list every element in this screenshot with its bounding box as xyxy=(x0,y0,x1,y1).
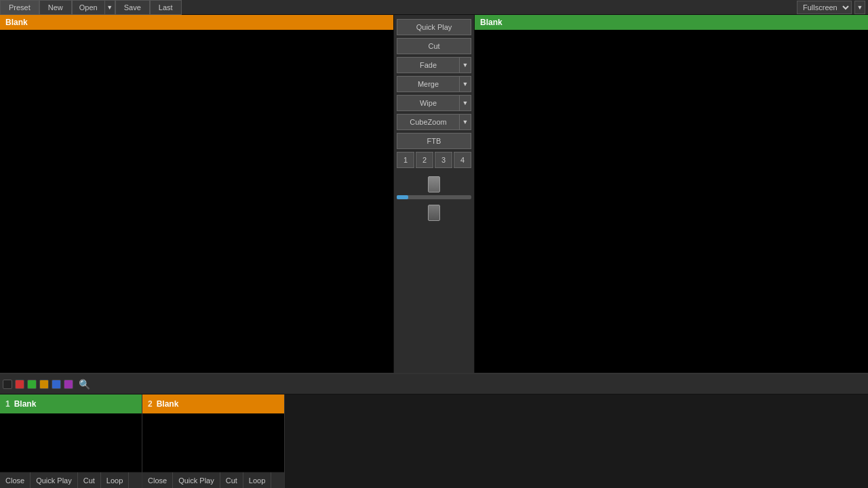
source-1-num: 1 xyxy=(5,399,10,409)
new-button[interactable]: New xyxy=(39,0,72,15)
tab-orange[interactable] xyxy=(39,380,49,389)
source-2-controls: Close Quick Play Cut Loop xyxy=(142,472,284,488)
source-1-quickplay[interactable]: Quick Play xyxy=(31,472,78,488)
source-1-preview xyxy=(0,413,142,472)
source-1-cut[interactable]: Cut xyxy=(78,472,101,488)
cubezoom-arrow[interactable]: ▼ xyxy=(459,114,471,130)
ftb-button[interactable]: FTB xyxy=(397,133,471,149)
bottom-section: 🔍 1 Blank Close Quick Play Cut Loop 2 Bl… xyxy=(0,373,868,488)
source-2-cut[interactable]: Cut xyxy=(220,472,243,488)
main-area: Blank Quick Play Cut Fade ▼ Merge ▼ Wipe… xyxy=(0,15,868,373)
search-button[interactable]: 🔍 xyxy=(79,379,90,390)
cubezoom-button[interactable]: CubeZoom xyxy=(397,114,459,130)
num2-button[interactable]: 2 xyxy=(416,152,433,168)
source-2-quickplay[interactable]: Quick Play xyxy=(173,472,220,488)
number-row: 1 2 3 4 xyxy=(397,152,471,168)
fade-arrow[interactable]: ▼ xyxy=(459,57,471,73)
left-panel-content xyxy=(0,30,393,370)
num3-button[interactable]: 3 xyxy=(435,152,452,168)
save-button[interactable]: Save xyxy=(115,0,150,15)
tab-green[interactable] xyxy=(27,380,37,389)
toolbar: Preset New Open ▼ Save Last Fullscreen ▼ xyxy=(0,0,868,15)
source-tabs-bar: 🔍 xyxy=(0,374,868,394)
slider-thumb-top[interactable] xyxy=(428,176,440,192)
fade-button[interactable]: Fade xyxy=(397,57,459,73)
num4-button[interactable]: 4 xyxy=(454,152,471,168)
cubezoom-split: CubeZoom ▼ xyxy=(397,114,471,130)
source-2-close[interactable]: Close xyxy=(142,472,173,488)
source-1-loop[interactable]: Loop xyxy=(101,472,129,488)
merge-split: Merge ▼ xyxy=(397,76,471,92)
open-button[interactable]: Open xyxy=(72,0,104,15)
source-item-1-header: 1 Blank xyxy=(0,394,142,413)
slider-thumb-bottom[interactable] xyxy=(428,205,440,221)
tab-purple[interactable] xyxy=(64,380,73,389)
slider-fill xyxy=(397,195,408,199)
right-panel-title: Blank xyxy=(475,15,868,30)
last-button[interactable]: Last xyxy=(150,0,182,15)
quick-play-button[interactable]: Quick Play xyxy=(397,19,471,35)
source-2-num: 2 xyxy=(148,399,153,409)
right-panel-content xyxy=(475,30,868,370)
preview-right: Blank xyxy=(475,15,868,373)
source-2-preview xyxy=(142,413,284,472)
fullscreen-arrow[interactable]: ▼ xyxy=(854,1,865,14)
source-2-loop[interactable]: Loop xyxy=(243,472,271,488)
tab-red[interactable] xyxy=(15,380,24,389)
cut-button[interactable]: Cut xyxy=(397,38,471,54)
fade-split: Fade ▼ xyxy=(397,57,471,73)
tab-blue[interactable] xyxy=(52,380,61,389)
source-item-2-header: 2 Blank xyxy=(142,394,284,413)
source-item-2: 2 Blank Close Quick Play Cut Loop xyxy=(142,394,285,488)
source-1-name: Blank xyxy=(14,399,37,409)
merge-arrow[interactable]: ▼ xyxy=(459,76,471,92)
preset-button[interactable]: Preset xyxy=(0,0,39,15)
source-items-row: 1 Blank Close Quick Play Cut Loop 2 Blan… xyxy=(0,394,868,488)
controls-panel: Quick Play Cut Fade ▼ Merge ▼ Wipe ▼ Cub… xyxy=(393,15,475,373)
slider-thumb-bottom-container xyxy=(428,202,440,221)
transition-slider-area xyxy=(397,171,471,221)
fullscreen-area: Fullscreen ▼ xyxy=(797,1,868,14)
num1-button[interactable]: 1 xyxy=(397,152,414,168)
wipe-button[interactable]: Wipe xyxy=(397,95,459,111)
wipe-split: Wipe ▼ xyxy=(397,95,471,111)
slider-thumb-top-container xyxy=(428,176,440,192)
source-item-1: 1 Blank Close Quick Play Cut Loop xyxy=(0,394,142,488)
left-panel-title: Blank xyxy=(0,15,393,30)
wipe-arrow[interactable]: ▼ xyxy=(459,95,471,111)
slider-track[interactable] xyxy=(397,195,471,199)
open-dropdown: Open ▼ xyxy=(72,0,115,15)
merge-button[interactable]: Merge xyxy=(397,76,459,92)
preview-left: Blank xyxy=(0,15,393,373)
open-arrow[interactable]: ▼ xyxy=(104,0,115,15)
source-2-name: Blank xyxy=(157,399,179,409)
tab-black[interactable] xyxy=(3,380,12,389)
source-1-close[interactable]: Close xyxy=(0,472,31,488)
fullscreen-select[interactable]: Fullscreen xyxy=(797,1,852,14)
source-1-controls: Close Quick Play Cut Loop xyxy=(0,472,142,488)
